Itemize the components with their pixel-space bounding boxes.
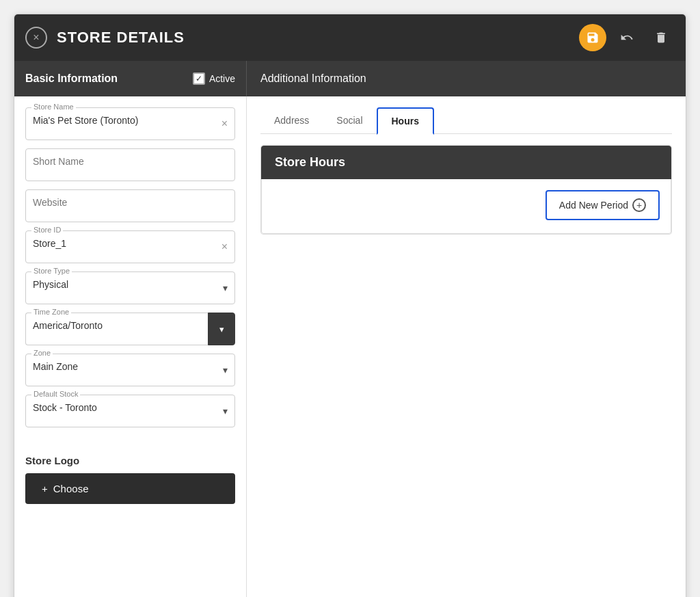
zone-field: Zone Main Zone ▾	[25, 354, 235, 386]
store-logo-title: Store Logo	[25, 455, 235, 466]
add-period-plus-icon: +	[632, 198, 646, 212]
add-period-label: Add New Period	[559, 200, 628, 211]
left-panel: Store Name × Store ID × Store Type	[14, 96, 247, 597]
save-button[interactable]	[579, 24, 606, 51]
active-toggle[interactable]: ✓ Active	[193, 72, 235, 85]
active-checkbox: ✓	[193, 72, 205, 85]
timezone-input[interactable]	[33, 317, 201, 331]
app-window: × STORE DETAILS Basic	[14, 14, 686, 597]
default-stock-field: Default Stock Stock - Toronto ▾	[25, 395, 235, 427]
delete-button[interactable]	[647, 24, 675, 51]
timezone-label: Time Zone	[31, 308, 71, 316]
delete-icon	[654, 31, 668, 44]
divider	[25, 436, 235, 441]
store-type-field: Store Type Physical Virtual Warehouse ▾	[25, 271, 235, 304]
timezone-wrapper: Time Zone ▾	[25, 313, 235, 345]
default-stock-label: Default Stock	[31, 390, 80, 398]
choose-plus-icon: +	[42, 483, 48, 494]
basic-info-title: Basic Information	[25, 72, 118, 85]
store-id-clear-button[interactable]: ×	[221, 241, 228, 253]
short-name-field	[25, 148, 235, 181]
undo-icon	[620, 31, 634, 44]
save-icon	[586, 31, 600, 44]
store-name-label: Store Name	[31, 103, 76, 111]
tab-address[interactable]: Address	[260, 107, 323, 134]
short-name-input[interactable]	[33, 153, 228, 167]
store-type-select[interactable]: Physical Virtual Warehouse	[33, 276, 228, 290]
store-id-label: Store ID	[31, 226, 63, 234]
zone-label: Zone	[31, 349, 53, 357]
store-hours-header: Store Hours	[261, 146, 671, 179]
main-content: Store Name × Store ID × Store Type	[14, 96, 686, 597]
add-period-button[interactable]: Add New Period +	[546, 190, 660, 220]
store-hours-body: Add New Period +	[261, 179, 671, 234]
section-header-bar: Basic Information ✓ Active Additional In…	[14, 61, 686, 96]
additional-info-title: Additional Information	[260, 72, 366, 85]
store-name-field: Store Name ×	[25, 107, 235, 140]
tabs-bar: Address Social Hours	[260, 107, 672, 134]
store-name-clear-button[interactable]: ×	[221, 118, 228, 130]
timezone-dropdown-button[interactable]: ▾	[208, 313, 235, 345]
tab-hours[interactable]: Hours	[377, 107, 434, 135]
timezone-field: Time Zone	[25, 313, 208, 345]
header-left: × STORE DETAILS	[25, 27, 185, 49]
timezone-chevron-icon: ▾	[219, 324, 224, 334]
website-input[interactable]	[33, 194, 228, 208]
header: × STORE DETAILS	[14, 14, 686, 61]
undo-button[interactable]	[613, 24, 641, 51]
section-header-right: Additional Information	[247, 61, 686, 96]
hours-card: Store Hours Add New Period +	[260, 145, 672, 235]
store-logo-section: Store Logo + Choose	[25, 449, 235, 504]
active-label-text: Active	[209, 73, 235, 84]
store-type-label: Store Type	[31, 267, 72, 275]
section-header-left: Basic Information ✓ Active	[14, 61, 247, 96]
choose-label: Choose	[53, 483, 89, 494]
store-name-input[interactable]	[33, 112, 228, 126]
close-icon: ×	[33, 31, 39, 44]
website-field	[25, 189, 235, 222]
store-hours-title: Store Hours	[275, 155, 345, 169]
header-actions	[579, 24, 675, 51]
close-button[interactable]: ×	[25, 27, 47, 49]
store-id-input[interactable]	[33, 235, 228, 249]
right-panel: Address Social Hours Store Hours Add New…	[247, 96, 686, 597]
choose-button[interactable]: + Choose	[25, 473, 235, 504]
default-stock-select[interactable]: Stock - Toronto	[33, 399, 228, 413]
header-title: STORE DETAILS	[57, 29, 185, 47]
zone-select[interactable]: Main Zone	[33, 358, 228, 372]
store-id-field: Store ID ×	[25, 230, 235, 263]
tab-social[interactable]: Social	[323, 107, 376, 134]
